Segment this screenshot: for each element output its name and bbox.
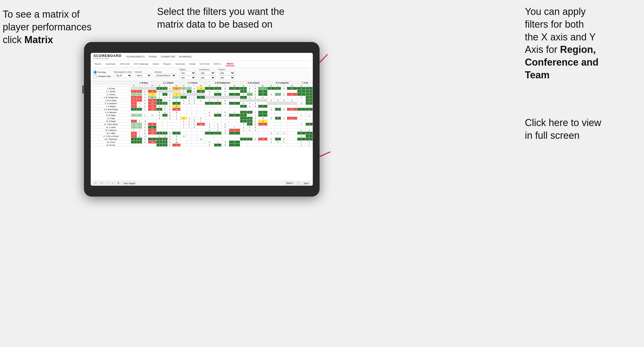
fullscreen-button[interactable]: ⛶ bbox=[296, 182, 301, 185]
annotation-center: Select the filters you want the matrix d… bbox=[157, 5, 287, 31]
compact-view-radio[interactable]: Compact View bbox=[93, 75, 111, 78]
tab-summary[interactable]: Summary bbox=[105, 62, 116, 66]
sub-nav: Teams Summary H2H Grid H2H Heatmap Matri… bbox=[91, 61, 313, 68]
sh-4-l: L bbox=[214, 84, 221, 87]
annotation-left-line1: To see a matrix of bbox=[3, 9, 80, 20]
division-select[interactable]: NCAA Division I bbox=[155, 73, 176, 78]
sub-corner bbox=[91, 84, 131, 87]
sh-1-l: L bbox=[137, 84, 142, 87]
nav-rankings[interactable]: RANKINGS bbox=[179, 55, 192, 59]
sh-3-t: T bbox=[192, 84, 197, 87]
row-label-11: 11. M Ege bbox=[91, 117, 131, 120]
sh-5-d: Dif bbox=[258, 84, 267, 87]
region-filter: Region N/A N/A bbox=[180, 69, 196, 80]
table-row: 7. G Sargent 200-16 220-15 0003 bbox=[91, 105, 313, 108]
ann-rt-l6: Team bbox=[525, 69, 549, 81]
tab-teams[interactable]: Teams bbox=[93, 62, 102, 66]
tablet-screen: SCOREBOARD Powered by clippd TOURNAMENTS… bbox=[91, 53, 313, 186]
row-label-16: 16. K Vilips bbox=[91, 132, 131, 135]
annotation-left-line3-plain: click bbox=[3, 34, 24, 45]
row-label-17: 17. S De La Fuente bbox=[91, 135, 131, 138]
full-view-radio[interactable]: Full View bbox=[93, 70, 111, 74]
toolbar-right: Watch ▾ ⛶ Share bbox=[285, 182, 310, 185]
row-label-12: 12. M Riedel bbox=[91, 120, 131, 123]
compact-view-input[interactable] bbox=[93, 75, 97, 78]
gender-select[interactable]: Men's bbox=[135, 73, 151, 78]
players-select-2[interactable]: (All) bbox=[219, 76, 235, 80]
undo-button[interactable]: ↩ bbox=[93, 182, 98, 185]
players-select-1[interactable]: (All) bbox=[219, 71, 235, 75]
table-row: 6. C Lamprecht 100-16 24124 300 1106 000… bbox=[91, 102, 313, 105]
tablet-frame: SCOREBOARD Powered by clippd TOURNAMENTS… bbox=[84, 42, 320, 197]
share-label: Share bbox=[304, 182, 309, 184]
table-row: 3. J Koivun 1102 0102 01013 04011 010-6 … bbox=[91, 93, 313, 96]
region-select-2[interactable]: N/A bbox=[180, 76, 196, 80]
sh-6-d: Dif bbox=[287, 84, 297, 87]
view-original-label: View: Original bbox=[123, 182, 135, 184]
ann-rb-l1: Click here to view bbox=[525, 117, 601, 128]
row-label-14: 14. J Lundin bbox=[91, 126, 131, 129]
max-players-label: Max players in view bbox=[114, 71, 132, 73]
ann-rt-l1: You can apply bbox=[525, 6, 586, 17]
sh-1-d: Dif bbox=[148, 84, 156, 87]
corner-cell bbox=[91, 81, 131, 84]
conference-select-1[interactable]: (All) bbox=[199, 71, 215, 75]
nav-items: TOURNAMENTS TEAMS COMMITTEE RANKINGS bbox=[126, 55, 192, 59]
table-row: 20. M Ford 331-11 0107 11 bbox=[91, 144, 313, 147]
division-label: Division bbox=[155, 71, 176, 73]
row-label-2: 2. L Clanton bbox=[91, 90, 131, 93]
annotation-right-top: You can apply filters for both the X axi… bbox=[525, 5, 628, 82]
conference-select-2[interactable]: (All) bbox=[199, 76, 215, 80]
nav-tournaments[interactable]: TOURNAMENTS bbox=[126, 55, 145, 59]
sh-4-w: W bbox=[205, 84, 214, 87]
table-row: 18. C Sherwood 2000 1300 -11 220-10 010 … bbox=[91, 138, 313, 141]
sh-3-l: L bbox=[187, 84, 192, 87]
tab-matrix[interactable]: Matrix bbox=[152, 62, 160, 66]
tab-summary2[interactable]: Summary bbox=[174, 62, 186, 66]
tab-h2h-grid2[interactable]: H2H Grid bbox=[199, 62, 210, 66]
region-label: Region bbox=[180, 69, 196, 70]
tab-h2h-grid[interactable]: H2H Grid bbox=[119, 62, 130, 66]
sh-2-d: Dif bbox=[172, 84, 180, 87]
max-players-filter: Max players in view Top 25 bbox=[114, 71, 132, 78]
compact-view-label: Compact View bbox=[98, 75, 111, 78]
players-label: Players bbox=[219, 69, 235, 70]
nav-teams[interactable]: TEAMS bbox=[148, 55, 157, 59]
table-row: 13. J Skov Olesen 110-3 100-19 100 220-1… bbox=[91, 123, 313, 126]
tab-players[interactable]: Players bbox=[162, 62, 172, 66]
nav-committee[interactable]: COMMITTEE bbox=[161, 55, 175, 59]
full-view-input[interactable] bbox=[93, 70, 97, 74]
tab-h2h-heatmap[interactable]: H2H Heatmap bbox=[133, 62, 149, 66]
sh-4-d: Dif bbox=[229, 84, 240, 87]
zoom-out-button[interactable]: − bbox=[105, 182, 109, 185]
sh-5-l: L bbox=[247, 84, 253, 87]
region-select-1[interactable]: N/A bbox=[180, 71, 196, 75]
settings-button[interactable]: ⚙ bbox=[116, 182, 121, 185]
sh-5-w: W bbox=[240, 84, 247, 87]
redo-button[interactable]: ↪ bbox=[99, 182, 104, 185]
watch-button[interactable]: Watch ▾ bbox=[285, 182, 295, 185]
gender-filter: Gender Men's bbox=[135, 71, 151, 78]
sh-2-l: L bbox=[162, 84, 167, 87]
tab-detail[interactable]: Detail bbox=[188, 62, 197, 66]
sh-4-t: T bbox=[222, 84, 229, 87]
table-row: 16. K Vilips 210-25 2204 3308 000 01 bbox=[91, 132, 313, 135]
matrix-container[interactable]: 1. W Ding 2. L Clanton 3. J Koivun 4. M … bbox=[91, 81, 313, 181]
sh-6-t: T bbox=[281, 84, 287, 87]
row-label-20: 20. M Ford bbox=[91, 144, 131, 147]
max-players-select[interactable]: Top 25 bbox=[114, 73, 132, 78]
sh-1-w: W bbox=[131, 84, 137, 87]
sh-6-l: L bbox=[275, 84, 281, 87]
share-button[interactable]: Share bbox=[302, 182, 310, 185]
row-label-3: 3. J Koivun bbox=[91, 93, 131, 96]
col-header-6: 6. C Lamprecht bbox=[267, 81, 297, 84]
tab-h2h-h[interactable]: H2H H... bbox=[213, 62, 224, 66]
toolbar-left: ↩ ↪ − + ⚙ View: Original bbox=[93, 182, 136, 185]
view-original-button[interactable]: View: Original bbox=[122, 182, 136, 185]
tab-matrix-active[interactable]: Matrix bbox=[226, 62, 235, 66]
zoom-in-button[interactable]: + bbox=[111, 182, 115, 185]
row-label-5: 5. M La Sasso bbox=[91, 99, 131, 102]
row-label-19: 19. D Ford bbox=[91, 141, 131, 144]
table-row: 11. M Ege 0101 0010 104-6 010-4 bbox=[91, 117, 313, 120]
sh-6-w: W bbox=[267, 84, 275, 87]
